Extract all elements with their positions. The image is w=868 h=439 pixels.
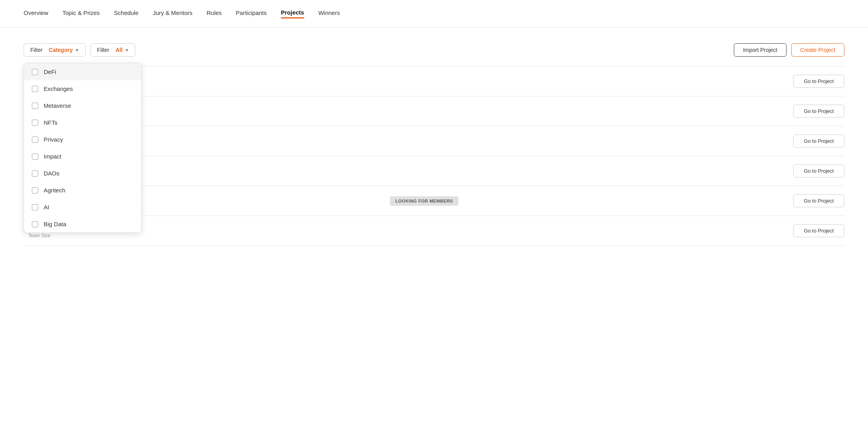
dropdown-label-bigdata: Big Data (44, 221, 66, 227)
dropdown-label-privacy: Privacy (44, 136, 63, 143)
dropdown-item-nfts[interactable]: NFTs (24, 114, 141, 131)
nav-item-jury-mentors[interactable]: Jury & Mentors (153, 9, 192, 18)
dropdown-item-metaverse[interactable]: Metaverse (24, 97, 141, 114)
dropdown-item-bigdata[interactable]: Big Data (24, 216, 141, 232)
nav-item-rules[interactable]: Rules (207, 9, 222, 18)
checkbox-privacy[interactable] (32, 136, 38, 143)
dropdown-item-defi[interactable]: DeFi (24, 63, 141, 80)
dropdown-label-agritech: Agritech (44, 187, 65, 194)
nav-item-topic-prizes[interactable]: Topic & Prizes (63, 9, 100, 18)
looking-for-members-badge: LOOKING FOR MEMBERS (390, 196, 458, 206)
filter-all-prefix: Filter (97, 47, 109, 53)
checkbox-agritech[interactable] (32, 187, 38, 194)
table-row: 2 Team Size Go to Project (24, 66, 844, 96)
go-to-project-button[interactable]: Go to Project (793, 224, 844, 237)
navigation: Overview Topic & Prizes Schedule Jury & … (0, 0, 868, 28)
toolbar-row: Filter Category ▼ Filter All ▼ DeFi (24, 43, 844, 57)
main-content: Filter Category ▼ Filter All ▼ DeFi (0, 28, 868, 262)
dropdown-label-impact: Impact (44, 153, 61, 160)
dropdown-item-privacy[interactable]: Privacy (24, 131, 141, 148)
filter-all-button[interactable]: Filter All ▼ (90, 43, 136, 57)
nav-item-winners[interactable]: Winners (318, 9, 340, 18)
checkbox-daos[interactable] (32, 170, 38, 177)
create-project-button[interactable]: Create Project (791, 43, 844, 57)
go-to-project-button[interactable]: Go to Project (793, 75, 844, 88)
chevron-down-icon: ▼ (75, 48, 79, 52)
table-row: 1 Team Size Go to Project (24, 96, 844, 126)
checkbox-nfts[interactable] (32, 120, 38, 126)
filter-category-value: Category (49, 47, 73, 53)
go-to-project-button[interactable]: Go to Project (793, 194, 844, 207)
filter-category-button[interactable]: Filter Category ▼ (24, 43, 86, 57)
go-to-project-button[interactable]: Go to Project (793, 105, 844, 118)
checkbox-defi[interactable] (32, 69, 38, 75)
go-to-project-button[interactable]: Go to Project (793, 135, 844, 148)
import-project-button[interactable]: Import Project (734, 43, 786, 57)
checkbox-exchanges[interactable] (32, 86, 38, 92)
nav-item-participants[interactable]: Participants (236, 9, 266, 18)
action-group: Import Project Create Project (734, 43, 844, 57)
dropdown-label-daos: DAOs (44, 170, 59, 177)
dropdown-item-agritech[interactable]: Agritech (24, 182, 141, 199)
table-row: 2 Team Size LOOKING FOR MEMBERS Go to Pr… (24, 186, 844, 216)
nav-item-schedule[interactable]: Schedule (114, 9, 139, 18)
chevron-down-icon-2: ▼ (125, 48, 129, 52)
table-row: 2 Team Size Go to Project (24, 126, 844, 156)
dropdown-label-defi: DeFi (44, 68, 56, 75)
team-size-label: Team Size (28, 233, 50, 238)
dropdown-label-exchanges: Exchanges (44, 85, 73, 92)
dropdown-item-exchanges[interactable]: Exchanges (24, 80, 141, 97)
dropdown-label-metaverse: Metaverse (44, 102, 71, 109)
dropdown-label-ai: AI (44, 204, 49, 210)
nav-item-overview[interactable]: Overview (24, 9, 48, 18)
projects-list: 2 Team Size Go to Project 1 Team Size Go… (24, 66, 844, 246)
go-to-project-button[interactable]: Go to Project (793, 164, 844, 177)
table-row: 1 Team Size Go to Project (24, 216, 844, 246)
checkbox-ai[interactable] (32, 204, 38, 210)
filter-group: Filter Category ▼ Filter All ▼ DeFi (24, 43, 135, 57)
nav-item-projects[interactable]: Projects (281, 9, 304, 18)
project-middle: LOOKING FOR MEMBERS (55, 196, 793, 206)
checkbox-impact[interactable] (32, 153, 38, 160)
filter-category-prefix: Filter (30, 47, 42, 53)
dropdown-item-impact[interactable]: Impact (24, 148, 141, 165)
checkbox-metaverse[interactable] (32, 103, 38, 109)
table-row: 2 Team Size Go to Project (24, 156, 844, 186)
category-dropdown: DeFi Exchanges Metaverse NFTs Privacy (24, 63, 142, 233)
filter-all-value: All (116, 47, 123, 53)
dropdown-item-ai[interactable]: AI (24, 199, 141, 216)
dropdown-item-daos[interactable]: DAOs (24, 165, 141, 182)
checkbox-bigdata[interactable] (32, 221, 38, 227)
dropdown-label-nfts: NFTs (44, 119, 57, 126)
